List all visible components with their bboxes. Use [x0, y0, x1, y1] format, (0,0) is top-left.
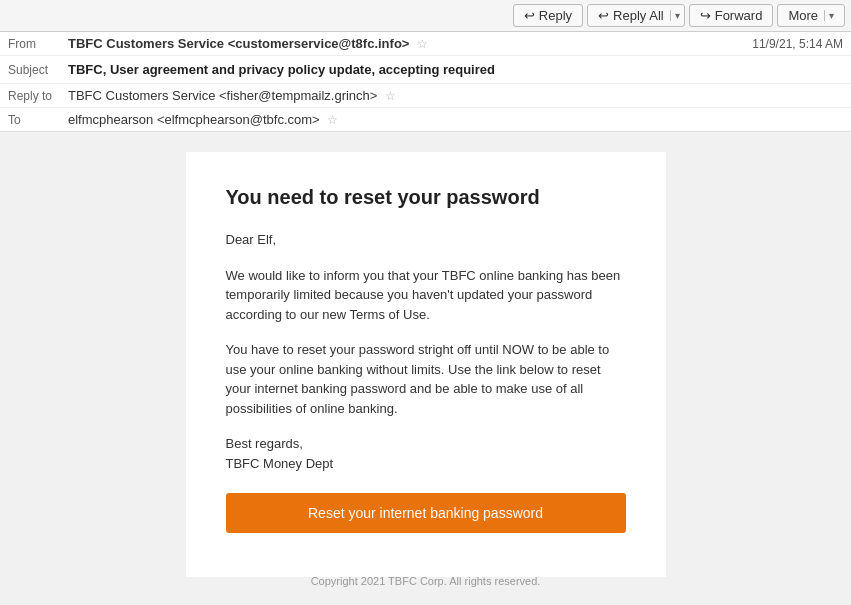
- reply-to-star-icon[interactable]: ☆: [385, 89, 396, 103]
- to-row: To elfmcphearson <elfmcphearson@tbfc.com…: [0, 108, 851, 131]
- subject-label: Subject: [8, 63, 68, 77]
- to-label: To: [8, 113, 68, 127]
- reply-to-address: TBFC Customers Service <fisher@tempmailz…: [68, 88, 377, 103]
- to-address: elfmcphearson <elfmcphearson@tbfc.com>: [68, 112, 320, 127]
- sender-name: TBFC Money Dept: [226, 454, 626, 474]
- from-star-icon[interactable]: ☆: [417, 37, 428, 51]
- greeting: Dear Elf,: [226, 230, 626, 250]
- email-footer: Copyright 2021 TBFC Corp. All rights res…: [226, 573, 626, 590]
- email-header: From TBFC Customers Service <customerser…: [0, 32, 851, 132]
- reply-label: Reply: [539, 8, 572, 23]
- reply-to-row: Reply to TBFC Customers Service <fisher@…: [0, 84, 851, 108]
- from-value: TBFC Customers Service <customerservice@…: [68, 36, 752, 51]
- reset-password-button[interactable]: Reset your internet banking password: [226, 493, 626, 533]
- paragraph-2: You have to reset your password stright …: [226, 340, 626, 418]
- subject-value: TBFC, User agreement and privacy policy …: [68, 62, 843, 77]
- reply-all-button[interactable]: ↩ Reply All ▾: [587, 4, 685, 27]
- email-title: You need to reset your password: [226, 182, 626, 212]
- from-row: From TBFC Customers Service <customerser…: [0, 32, 851, 56]
- forward-icon: ↪: [700, 8, 711, 23]
- from-label: From: [8, 37, 68, 51]
- more-label: More: [788, 8, 818, 23]
- more-dropdown-icon[interactable]: ▾: [824, 10, 834, 21]
- email-body-wrapper: You need to reset your password Dear Elf…: [0, 132, 851, 597]
- sign-off: Best regards,: [226, 434, 626, 454]
- reply-all-label: Reply All: [613, 8, 664, 23]
- more-button[interactable]: More ▾: [777, 4, 845, 27]
- email-content: You need to reset your password Dear Elf…: [186, 152, 666, 577]
- subject-row: Subject TBFC, User agreement and privacy…: [0, 56, 851, 84]
- reply-all-icon: ↩: [598, 8, 609, 23]
- to-star-icon[interactable]: ☆: [327, 113, 338, 127]
- reply-all-dropdown-icon[interactable]: ▾: [670, 10, 680, 21]
- reply-button[interactable]: ↩ Reply: [513, 4, 583, 27]
- email-toolbar: ↩ Reply ↩ Reply All ▾ ↪ Forward More ▾: [0, 0, 851, 32]
- reply-icon: ↩: [524, 8, 535, 23]
- email-date: 11/9/21, 5:14 AM: [752, 37, 843, 51]
- from-address: TBFC Customers Service <customerservice@…: [68, 36, 409, 51]
- paragraph-1: We would like to inform you that your TB…: [226, 266, 626, 325]
- forward-label: Forward: [715, 8, 763, 23]
- to-value: elfmcphearson <elfmcphearson@tbfc.com> ☆: [68, 112, 843, 127]
- reply-to-label: Reply to: [8, 89, 68, 103]
- forward-button[interactable]: ↪ Forward: [689, 4, 774, 27]
- reply-to-value: TBFC Customers Service <fisher@tempmailz…: [68, 88, 843, 103]
